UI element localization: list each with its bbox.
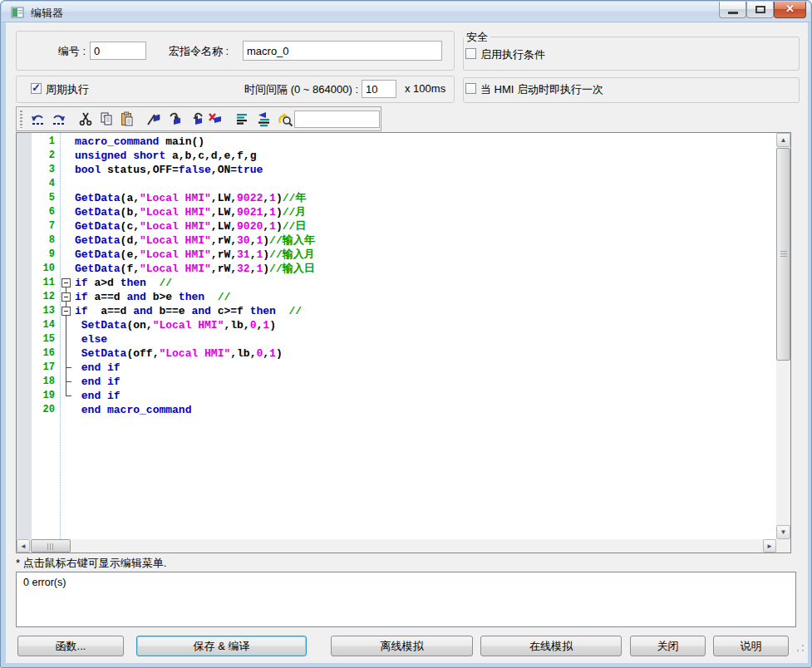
undo-icon[interactable]: [29, 111, 47, 128]
scroll-left-icon[interactable]: ◄: [17, 539, 30, 553]
previous-bookmark-icon[interactable]: [189, 111, 207, 128]
enable-condition-label[interactable]: 启用执行条件: [480, 47, 545, 62]
offline-simulation-button[interactable]: 离线模拟: [331, 636, 473, 656]
code-line[interactable]: 3bool status,OFF=false,ON=true: [17, 163, 776, 177]
code-text: if a==d and b>e then //: [75, 290, 230, 304]
minimize-icon: [728, 12, 738, 14]
code-text: else: [75, 332, 107, 346]
code-line[interactable]: 20 end macro_command: [17, 403, 776, 417]
code-line[interactable]: 4: [17, 177, 776, 191]
code-line[interactable]: 15 else: [17, 332, 776, 346]
enable-condition-checkbox[interactable]: [465, 48, 476, 59]
scroll-right-icon[interactable]: ►: [763, 539, 776, 553]
macro-name-input[interactable]: [243, 41, 442, 61]
error-count-text: 0 error(s): [23, 577, 66, 588]
clear-bookmarks-icon[interactable]: [207, 111, 225, 128]
code-editor[interactable]: 1macro_command main()2unsigned short a,b…: [16, 132, 791, 553]
interval-unit-label: x 100ms: [405, 82, 445, 95]
code-line[interactable]: 11if a>d then //: [17, 276, 776, 290]
code-line[interactable]: 6GetData(b,"Local HMI",LW,9021,1)//月: [17, 205, 776, 219]
fold-marker-line: [58, 346, 75, 361]
line-number: 20: [17, 403, 58, 417]
line-number: 14: [17, 318, 58, 332]
code-line[interactable]: 12if a==d and b>e then //: [17, 290, 776, 304]
code-text: if a==d and b==e and c>=f then //: [75, 304, 302, 318]
code-line[interactable]: 7GetData(c,"Local HMI",LW,9020,1)//日: [17, 219, 776, 233]
fold-marker-line: [58, 318, 75, 332]
fold-spacer: [58, 135, 75, 149]
macro-id-input[interactable]: [90, 42, 146, 60]
line-number: 13: [17, 304, 58, 318]
code-line[interactable]: 13if a==d and b==e and c>=f then //: [17, 304, 776, 318]
outdent-icon[interactable]: [255, 111, 273, 128]
line-number: 4: [17, 177, 58, 191]
resize-grip[interactable]: [796, 644, 805, 652]
code-line[interactable]: 10GetData(f,"Local HMI",rW,32,1)//输入日: [17, 262, 776, 276]
cut-icon[interactable]: [77, 111, 96, 128]
search-input[interactable]: [294, 111, 380, 128]
fold-marker-line: [58, 332, 75, 346]
window-title: 编辑器: [31, 6, 63, 21]
fold-marker-boxfirst[interactable]: [58, 276, 75, 290]
code-text: unsigned short a,b,c,d,e,f,g: [75, 149, 256, 163]
scroll-down-icon[interactable]: ▼: [776, 525, 790, 539]
code-line[interactable]: 1macro_command main(): [17, 135, 776, 149]
code-line[interactable]: 17 end if: [17, 361, 776, 375]
horizontal-scroll-thumb[interactable]: [31, 539, 71, 553]
redo-icon[interactable]: [51, 111, 69, 128]
interval-label: 时间间隔 (0 ~ 864000) :: [214, 82, 358, 97]
scroll-up-icon[interactable]: ▲: [776, 133, 790, 147]
periodic-checkbox[interactable]: [31, 83, 42, 94]
toolbar-gripper[interactable]: [20, 111, 22, 128]
code-line[interactable]: 16 SetData(off,"Local HMI",lb,0,1): [17, 346, 776, 361]
interval-input[interactable]: [362, 80, 396, 98]
find-icon[interactable]: [277, 111, 295, 128]
fold-spacer: [58, 403, 75, 417]
gutter-separator: [60, 133, 61, 539]
close-dialog-button[interactable]: 关闭: [630, 636, 706, 656]
run-on-startup-checkbox[interactable]: [465, 83, 476, 94]
code-line[interactable]: 19 end if: [17, 389, 776, 403]
close-icon: ✕: [775, 2, 805, 15]
horizontal-scrollbar[interactable]: ◄ ►: [17, 539, 776, 553]
hint-text: * 点击鼠标右键可显示编辑菜单.: [16, 556, 166, 571]
toggle-bookmark-icon[interactable]: [145, 111, 164, 128]
code-line[interactable]: 9GetData(e,"Local HMI",rW,31,1)//输入月: [17, 248, 776, 262]
code-line[interactable]: 5GetData(a,"Local HMI",LW,9022,1)//年: [17, 191, 776, 205]
line-number: 9: [17, 248, 58, 262]
online-simulation-button[interactable]: 在线模拟: [480, 636, 622, 656]
fold-spacer: [58, 191, 75, 205]
line-number: 1: [17, 135, 58, 149]
help-button[interactable]: 说明: [713, 636, 789, 656]
minimize-button[interactable]: [719, 2, 746, 18]
run-on-startup-label[interactable]: 当 HMI 启动时即执行一次: [480, 82, 603, 97]
code-text: GetData(f,"Local HMI",rW,32,1)//输入日: [75, 262, 315, 276]
functions-button[interactable]: 函数...: [17, 636, 124, 656]
vertical-scrollbar[interactable]: ▲ ▼: [776, 133, 790, 539]
code-line[interactable]: 14 SetData(on,"Local HMI",lb,0,1): [17, 318, 776, 332]
code-text: macro_command main(): [75, 135, 204, 149]
code-text: GetData(b,"Local HMI",LW,9021,1)//月: [75, 205, 306, 219]
copy-icon[interactable]: [98, 111, 116, 128]
fold-marker-box[interactable]: [58, 304, 75, 318]
code-line[interactable]: 8GetData(d,"Local HMI",rW,30,1)//输入年: [17, 233, 776, 248]
line-number: 19: [17, 389, 58, 403]
app-icon: [11, 6, 24, 19]
code-line[interactable]: 2unsigned short a,b,c,d,e,f,g: [17, 149, 776, 163]
vertical-scroll-thumb[interactable]: [776, 148, 790, 361]
code-line[interactable]: 18 end if: [17, 375, 776, 389]
fold-spacer: [58, 248, 75, 262]
maximize-icon: [755, 6, 765, 13]
error-output-box[interactable]: 0 error(s): [16, 572, 796, 627]
thumb-grip: [780, 251, 787, 258]
save-compile-button[interactable]: 保存 & 编译: [136, 636, 307, 656]
next-bookmark-icon[interactable]: [167, 111, 185, 128]
close-button[interactable]: ✕: [774, 2, 806, 18]
periodic-label[interactable]: 周期执行: [46, 82, 89, 97]
maximize-button[interactable]: [746, 2, 774, 18]
line-number: 5: [17, 191, 58, 205]
title-bar[interactable]: 编辑器 ✕: [2, 2, 810, 22]
fold-marker-box[interactable]: [58, 290, 75, 304]
indent-icon[interactable]: [234, 111, 252, 128]
paste-icon[interactable]: [119, 111, 137, 128]
